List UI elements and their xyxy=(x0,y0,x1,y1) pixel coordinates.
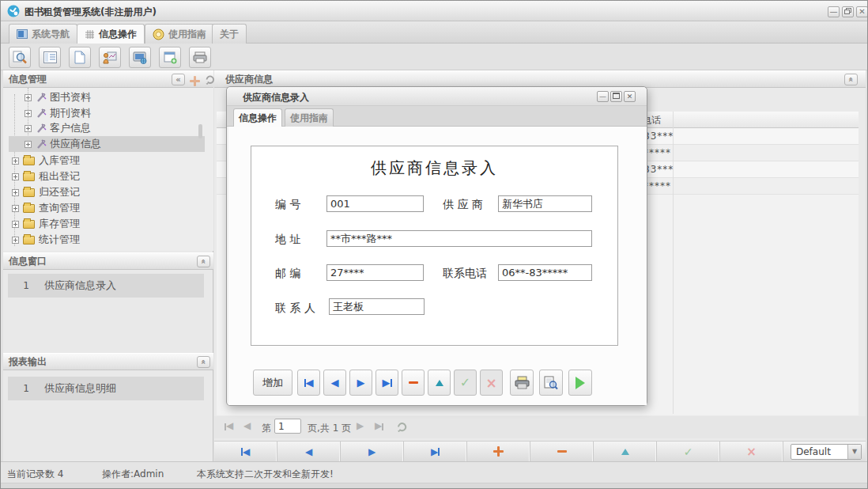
dialog-close-button[interactable]: ✕ xyxy=(624,91,636,102)
contact-field[interactable]: 王老板 xyxy=(329,298,425,315)
first-record-button[interactable]: ◀ xyxy=(214,442,277,461)
prev-page-icon[interactable]: ◀ xyxy=(243,421,251,431)
tool-icon xyxy=(36,139,47,150)
tree-item-return-register[interactable]: 归还登记 xyxy=(3,184,213,200)
edit-record-button[interactable] xyxy=(594,442,657,461)
expand-icon[interactable] xyxy=(12,157,19,165)
form-heading: 供应商信息录入 xyxy=(251,157,617,179)
dialog-tab-info-ops[interactable]: 信息操作 xyxy=(233,108,282,127)
tab-about[interactable]: 关于 xyxy=(212,24,247,44)
user-chart-toolbar-button[interactable] xyxy=(99,47,121,68)
first-record-button[interactable]: ◀ xyxy=(297,370,320,396)
expand-icon[interactable] xyxy=(12,221,19,228)
report-output-item[interactable]: 1 供应商信息明细 xyxy=(8,377,204,400)
expand-icon[interactable] xyxy=(12,205,19,212)
tree-item-inbound-manage[interactable]: 入库管理 xyxy=(3,153,213,169)
print-button[interactable] xyxy=(510,370,534,396)
tab-label: 信息操作 xyxy=(239,112,277,125)
add-button[interactable]: 增加 xyxy=(253,370,292,396)
dialog-minimize-button[interactable]: — xyxy=(597,91,609,102)
collapse-left-icon[interactable]: « xyxy=(172,74,185,85)
printer-toolbar-button[interactable] xyxy=(189,47,211,68)
cancel-button[interactable]: × xyxy=(480,370,503,396)
info-window-item[interactable]: 1 供应商信息录入 xyxy=(8,274,204,298)
phone-field[interactable]: 06**-83***** xyxy=(498,264,592,281)
prev-record-button[interactable]: ◀ xyxy=(277,442,341,461)
status-strip xyxy=(1,483,867,489)
zip-field[interactable]: 27**** xyxy=(326,264,424,281)
next-record-button[interactable]: ▶ xyxy=(341,442,404,461)
dialog-maximize-button[interactable] xyxy=(610,91,622,102)
refresh-icon[interactable] xyxy=(396,421,407,432)
expand-icon[interactable] xyxy=(12,189,19,196)
supplier-field[interactable]: 新华书店 xyxy=(498,195,592,212)
sidebar: 信息管理 « 图书资料 期刊资料 客户信息 xyxy=(3,70,213,461)
dialog-tab-strip: 信息操作 使用指南 xyxy=(227,106,647,127)
add-record-button[interactable] xyxy=(467,442,530,461)
tree-item-label: 归还登记 xyxy=(39,185,80,199)
tool-icon xyxy=(36,108,47,119)
tree-item-rentout-register[interactable]: 租出登记 xyxy=(3,169,213,184)
run-button[interactable] xyxy=(568,370,592,396)
supplier-panel-header: 供应商信息 « xyxy=(214,70,866,88)
last-record-button[interactable]: ▶ xyxy=(376,370,398,396)
expand-icon[interactable] xyxy=(12,237,19,244)
expand-icon[interactable] xyxy=(25,125,32,132)
confirm-button[interactable]: ✓ xyxy=(454,370,477,396)
tree-item-customer-info[interactable]: 客户信息 xyxy=(3,120,213,136)
first-page-icon[interactable]: ◀ xyxy=(225,421,233,431)
dialog-tab-user-guide[interactable]: 使用指南 xyxy=(285,108,334,127)
window-add-toolbar-button[interactable] xyxy=(159,47,181,68)
expand-icon[interactable] xyxy=(25,141,32,148)
item-label: 供应商信息录入 xyxy=(44,279,116,293)
icon-toolbar xyxy=(1,44,867,70)
cancel-button[interactable]: × xyxy=(720,442,783,461)
tree-item-journal-data[interactable]: 期刊资料 xyxy=(3,105,213,121)
window-title: 图书租赁管理系统(非注册用户) xyxy=(25,6,157,19)
dialog-title-bar[interactable]: 供应商信息录入 — ✕ xyxy=(227,87,647,106)
close-button[interactable]: ✕ xyxy=(856,6,868,17)
tab-system-nav[interactable]: 系统导航 xyxy=(9,24,77,44)
code-field[interactable]: 001 xyxy=(326,195,424,212)
next-record-button[interactable]: ▶ xyxy=(349,370,372,396)
last-page-icon[interactable]: ▶ xyxy=(375,421,383,431)
list-toolbar-button[interactable] xyxy=(39,47,61,68)
tree-item-label: 入库管理 xyxy=(39,154,80,168)
last-record-button[interactable]: ▶ xyxy=(404,442,467,461)
tree-item-stock-manage[interactable]: 库存管理 xyxy=(3,216,213,232)
tab-label: 使用指南 xyxy=(290,112,328,125)
restore-button[interactable] xyxy=(842,6,854,17)
collapse-up-icon[interactable]: « xyxy=(197,256,210,267)
remove-record-button[interactable] xyxy=(402,370,425,396)
tree-item-supplier-info[interactable]: 供应商信息 xyxy=(3,136,213,152)
expand-icon[interactable] xyxy=(12,173,19,180)
print-preview-button[interactable] xyxy=(539,370,563,396)
prev-record-button[interactable]: ◀ xyxy=(323,370,346,396)
document-toolbar-button[interactable] xyxy=(69,47,91,68)
minimize-button[interactable]: — xyxy=(828,6,840,17)
expand-icon[interactable] xyxy=(25,110,32,117)
tab-user-guide[interactable]: 使用指南 xyxy=(145,24,214,44)
edit-record-button[interactable] xyxy=(428,370,451,396)
page-number-input[interactable]: 1 xyxy=(274,419,301,434)
expand-icon[interactable] xyxy=(25,94,32,101)
next-page-icon[interactable]: ▶ xyxy=(357,421,364,431)
page-label-suffix: 页,共 1 页 xyxy=(308,422,351,435)
tab-info-ops[interactable]: 信息操作 xyxy=(77,24,145,44)
address-field[interactable]: **市***路*** xyxy=(326,230,592,247)
monitor-toolbar-button[interactable] xyxy=(129,47,151,68)
preset-value: Default xyxy=(796,446,831,457)
search-toolbar-button[interactable] xyxy=(9,47,31,68)
tree-item-book-data[interactable]: 图书资料 xyxy=(3,89,213,105)
tree-item-stats-manage[interactable]: 统计管理 xyxy=(3,232,213,248)
confirm-button[interactable]: ✓ xyxy=(657,442,720,461)
collapse-up-icon[interactable]: « xyxy=(844,74,858,85)
grid-icon xyxy=(85,29,95,40)
preset-select[interactable]: Default ▼ xyxy=(791,444,862,460)
operator-status: 操作者:Admin xyxy=(102,468,164,481)
collapse-up-icon[interactable]: « xyxy=(197,356,210,368)
tree-item-query-manage[interactable]: 查询管理 xyxy=(3,200,213,216)
remove-record-button[interactable] xyxy=(530,442,594,461)
chevron-down-icon[interactable]: ▼ xyxy=(847,445,861,459)
tree-scrollbar-thumb[interactable] xyxy=(198,124,202,138)
